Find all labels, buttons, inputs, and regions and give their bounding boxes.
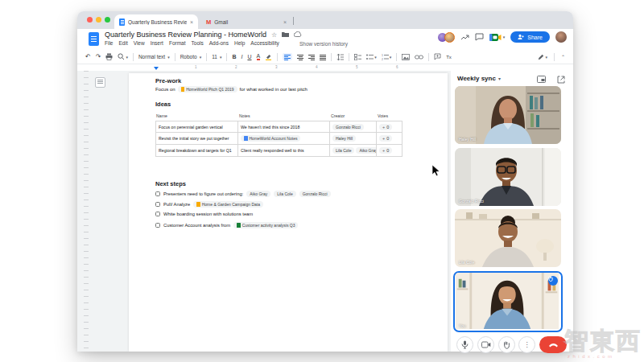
- more-options-button[interactable]: ⋮: [518, 336, 535, 353]
- cell-name[interactable]: Revisit the initial story we put togethe…: [155, 133, 238, 145]
- align-left-button[interactable]: [283, 53, 292, 60]
- vote-button[interactable]: +0: [379, 147, 392, 154]
- add-comment-button[interactable]: [434, 53, 441, 60]
- cell-notes[interactable]: Client really responded well to this: [238, 145, 330, 157]
- checkbox-icon[interactable]: [155, 191, 160, 196]
- menu-format[interactable]: Format: [169, 40, 186, 46]
- document-outline-button[interactable]: [95, 77, 105, 88]
- google-docs-logo-icon[interactable]: [89, 32, 99, 46]
- file-chip-slides[interactable]: Home & Garden Campaign Data: [193, 201, 263, 208]
- person-chip[interactable]: Aiko Gray: [356, 147, 377, 154]
- checklist-button[interactable]: [354, 54, 361, 60]
- heading-ideas[interactable]: Ideas: [155, 101, 171, 108]
- insert-link-button[interactable]: [415, 55, 423, 60]
- undo-button[interactable]: ↶: [85, 53, 91, 60]
- person-chip[interactable]: Haley Hill: [332, 135, 356, 142]
- maximize-window-button[interactable]: [105, 17, 110, 23]
- checkbox-icon[interactable]: [155, 223, 160, 228]
- person-chip[interactable]: Gonzalo Ricci: [299, 191, 331, 197]
- numbered-list-button[interactable]: 12 ▾: [382, 54, 392, 60]
- menu-file[interactable]: File: [105, 40, 113, 46]
- table-row[interactable]: Focus on perennial garden vertical We ha…: [155, 121, 402, 133]
- clear-formatting-button[interactable]: Tx: [446, 55, 452, 60]
- present-to-meeting-icon[interactable]: [460, 34, 469, 41]
- menu-view[interactable]: View: [134, 40, 145, 46]
- video-tile-haley[interactable]: Haley Hill: [455, 86, 561, 144]
- mute-mic-button[interactable]: [456, 336, 473, 353]
- zoom-select[interactable]: ▾: [118, 53, 128, 60]
- heading-prework[interactable]: Pre-work: [155, 77, 181, 84]
- insert-image-button[interactable]: [402, 54, 410, 60]
- italic-button[interactable]: I: [241, 54, 242, 60]
- menu-insert[interactable]: Insert: [151, 40, 163, 46]
- highlight-color-button[interactable]: [265, 53, 272, 60]
- menu-addons[interactable]: Add-ons: [209, 40, 229, 46]
- open-in-new-icon[interactable]: [557, 76, 565, 84]
- text-color-button[interactable]: A: [257, 53, 261, 60]
- prework-line[interactable]: Focus on HomeWorld Pitch Q1 2019 for wha…: [155, 86, 308, 93]
- print-button[interactable]: [105, 53, 113, 60]
- tab-gmail[interactable]: M Gmail ×: [201, 14, 291, 29]
- move-folder-icon[interactable]: [282, 31, 289, 39]
- checklist-item[interactable]: Presenters need to figure out ordering: …: [155, 191, 331, 197]
- font-size-select[interactable]: 11 ▾: [212, 54, 221, 60]
- indent-marker[interactable]: [154, 67, 159, 70]
- person-chip[interactable]: Gonzalo Ricci: [332, 124, 364, 130]
- collaborator-avatars[interactable]: [437, 32, 455, 43]
- checklist-item[interactable]: Pull/ Analyze Home & Garden Campaign Dat…: [155, 201, 263, 208]
- meet-call-menu[interactable]: ▾: [489, 33, 506, 42]
- vote-button[interactable]: +0: [379, 124, 392, 130]
- tab-docs[interactable]: Quarterly Business Review Pla ×: [114, 14, 198, 29]
- editing-mode-button[interactable]: ▾: [538, 54, 547, 60]
- cloud-status-icon[interactable]: [294, 31, 302, 39]
- redo-button[interactable]: ↷: [96, 53, 101, 60]
- table-row[interactable]: Revisit the initial story we put togethe…: [155, 133, 402, 145]
- table-row[interactable]: Regional breakdown and targets for Q1 Cl…: [155, 145, 402, 157]
- raise-hand-button[interactable]: [498, 336, 515, 353]
- menu-edit[interactable]: Edit: [118, 40, 127, 46]
- video-tile-gonzalo[interactable]: Gonzalo Ricci: [455, 148, 561, 206]
- video-tile-lila[interactable]: Lila Cole: [455, 209, 561, 267]
- raised-hand-badge[interactable]: [548, 276, 558, 286]
- align-right-button[interactable]: [308, 54, 315, 60]
- checkbox-icon[interactable]: [155, 202, 160, 207]
- checklist-item[interactable]: Customer Account analysis from Customer …: [155, 222, 298, 228]
- camera-off-button[interactable]: [477, 336, 494, 353]
- bulleted-list-button[interactable]: ▾: [366, 54, 377, 60]
- file-chip-slides[interactable]: HomeWorld Pitch Q1 2019: [178, 86, 237, 93]
- picture-in-picture-icon[interactable]: [537, 76, 546, 83]
- collaborator-avatar-presenting[interactable]: [444, 32, 455, 43]
- file-chip-docs[interactable]: HomeWorld Account Notes: [241, 135, 300, 142]
- heading-next-steps[interactable]: Next steps: [155, 180, 186, 187]
- menu-tools[interactable]: Tools: [192, 40, 204, 46]
- video-tile-self[interactable]: You: [453, 271, 563, 332]
- meeting-title-menu[interactable]: Weekly sync ▾: [457, 75, 501, 82]
- align-justify-button[interactable]: [320, 54, 326, 60]
- person-chip[interactable]: Lila Cole: [274, 191, 295, 197]
- underline-button[interactable]: U: [247, 54, 251, 60]
- comments-icon[interactable]: [475, 33, 484, 41]
- person-chip[interactable]: Aiko Gray: [246, 191, 270, 197]
- minimize-window-button[interactable]: [96, 17, 101, 23]
- doc-title[interactable]: Quarterly Business Review Planning - Hom…: [105, 31, 266, 39]
- paragraph-style-select[interactable]: Normal text ▾: [138, 54, 170, 60]
- account-avatar[interactable]: [555, 31, 567, 43]
- menu-accessibility[interactable]: Accessibility: [250, 40, 279, 46]
- ideas-table[interactable]: Name Notes Creator Votes Focus on perenn…: [155, 113, 402, 157]
- align-center-button[interactable]: [297, 54, 303, 60]
- vote-button[interactable]: +0: [379, 135, 392, 142]
- document-page[interactable]: Pre-work Focus on HomeWorld Pitch Q1 201…: [129, 73, 448, 352]
- show-version-history-link[interactable]: Show version history: [299, 41, 348, 47]
- tab-close-icon[interactable]: ×: [283, 19, 287, 25]
- cell-name[interactable]: Focus on perennial garden vertical: [155, 121, 238, 133]
- cell-notes[interactable]: We haven't tried this since 2018: [238, 121, 330, 133]
- end-call-button[interactable]: [539, 336, 567, 353]
- font-select[interactable]: Roboto ▾: [180, 54, 201, 60]
- checkbox-icon[interactable]: [155, 212, 160, 216]
- person-chip[interactable]: Lila Cole: [332, 147, 354, 154]
- close-window-button[interactable]: [87, 17, 93, 23]
- share-button[interactable]: Share: [510, 31, 550, 43]
- tab-close-icon[interactable]: ×: [190, 19, 193, 25]
- star-icon[interactable]: ☆: [271, 31, 277, 39]
- bold-button[interactable]: B: [232, 54, 236, 60]
